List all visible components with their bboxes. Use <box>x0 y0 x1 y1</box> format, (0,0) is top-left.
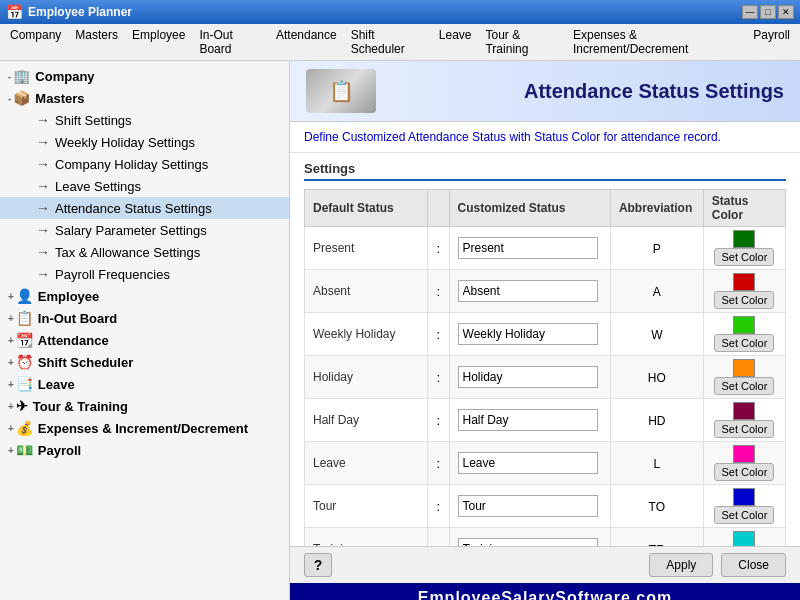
abbr-text: L <box>637 457 677 471</box>
menu-item-leave[interactable]: Leave <box>433 26 478 58</box>
default-status-cell: Half Day <box>305 399 428 442</box>
sidebar-item-5[interactable]: →Leave Settings <box>0 175 289 197</box>
sidebar-item-12[interactable]: +📆Attendance <box>0 329 289 351</box>
default-status-cell: Holiday <box>305 356 428 399</box>
sidebar-item-1[interactable]: -📦Masters <box>0 87 289 109</box>
customized-input[interactable] <box>458 452 598 474</box>
table-row: Leave : L Set Color <box>305 442 786 485</box>
abbr-cell: P <box>610 227 703 270</box>
menu-item-tour---training[interactable]: Tour & Training <box>479 26 564 58</box>
sidebar-label: Masters <box>35 91 84 106</box>
abbr-text: TO <box>637 500 677 514</box>
col-header-default: Default Status <box>305 190 428 227</box>
set-color-button[interactable]: Set Color <box>714 420 774 438</box>
sidebar-label: Leave <box>38 377 75 392</box>
sidebar-item-15[interactable]: +✈Tour & Training <box>0 395 289 417</box>
color-box <box>733 445 755 463</box>
sidebar-item-6[interactable]: →Attendance Status Settings <box>0 197 289 219</box>
sidebar-item-4[interactable]: →Company Holiday Settings <box>0 153 289 175</box>
sidebar-label: Payroll <box>38 443 81 458</box>
sidebar-icon: → <box>36 134 50 150</box>
sidebar-icon: ⏰ <box>16 354 33 370</box>
menu-item-employee[interactable]: Employee <box>126 26 191 58</box>
sidebar-item-8[interactable]: →Tax & Allowance Settings <box>0 241 289 263</box>
table-row: Weekly Holiday : W Set Color <box>305 313 786 356</box>
sidebar-item-13[interactable]: +⏰Shift Scheduler <box>0 351 289 373</box>
customized-status-cell <box>449 356 610 399</box>
abbr-text: P <box>637 242 677 256</box>
color-box <box>733 488 755 506</box>
menu-item-payroll[interactable]: Payroll <box>747 26 796 58</box>
sidebar-item-0[interactable]: -🏢Company <box>0 65 289 87</box>
sidebar-icon: 📦 <box>13 90 30 106</box>
sidebar-label: Salary Parameter Settings <box>55 223 207 238</box>
table-row: Absent : A Set Color <box>305 270 786 313</box>
close-button-main[interactable]: Close <box>721 553 786 577</box>
set-color-button[interactable]: Set Color <box>714 506 774 524</box>
customized-input[interactable] <box>458 409 598 431</box>
colon-cell: : <box>428 270 449 313</box>
menu-item-expenses---increment-decrement[interactable]: Expenses & Increment/Decrement <box>567 26 745 58</box>
set-color-button[interactable]: Set Color <box>714 334 774 352</box>
content-title: Attendance Status Settings <box>524 80 784 103</box>
color-cell: Set Color <box>703 528 785 547</box>
abbr-cell: HO <box>610 356 703 399</box>
sidebar-item-3[interactable]: →Weekly Holiday Settings <box>0 131 289 153</box>
expand-icon: + <box>8 335 14 346</box>
sidebar-item-7[interactable]: →Salary Parameter Settings <box>0 219 289 241</box>
sidebar-item-17[interactable]: +💵Payroll <box>0 439 289 461</box>
sidebar-item-11[interactable]: +📋In-Out Board <box>0 307 289 329</box>
close-button[interactable]: ✕ <box>778 5 794 19</box>
sidebar-item-2[interactable]: →Shift Settings <box>0 109 289 131</box>
customized-input[interactable] <box>458 280 598 302</box>
expand-icon: - <box>8 93 11 104</box>
customized-status-cell <box>449 442 610 485</box>
menu-item-company[interactable]: Company <box>4 26 67 58</box>
col-header-color: Status Color <box>703 190 785 227</box>
table-row: Half Day : HD Set Color <box>305 399 786 442</box>
maximize-button[interactable]: □ <box>760 5 776 19</box>
expand-icon: + <box>8 423 14 434</box>
customized-input[interactable] <box>458 538 598 546</box>
colon-cell: : <box>428 485 449 528</box>
expand-icon: + <box>8 379 14 390</box>
sidebar-item-10[interactable]: +👤Employee <box>0 285 289 307</box>
apply-button[interactable]: Apply <box>649 553 713 577</box>
set-color-button[interactable]: Set Color <box>714 377 774 395</box>
customized-input[interactable] <box>458 237 598 259</box>
expand-icon: - <box>8 71 11 82</box>
color-cell: Set Color <box>703 399 785 442</box>
settings-table: Default Status Customized Status Abbrevi… <box>304 189 786 546</box>
sidebar-icon: 📆 <box>16 332 33 348</box>
colon-cell: : <box>428 442 449 485</box>
set-color-button[interactable]: Set Color <box>714 291 774 309</box>
sidebar-item-14[interactable]: +📑Leave <box>0 373 289 395</box>
sidebar-label: Payroll Frequencies <box>55 267 170 282</box>
expand-icon: + <box>8 357 14 368</box>
customized-input[interactable] <box>458 366 598 388</box>
customized-input[interactable] <box>458 323 598 345</box>
sidebar-label: Shift Scheduler <box>38 355 133 370</box>
set-color-button[interactable]: Set Color <box>714 463 774 481</box>
set-color-button[interactable]: Set Color <box>714 248 774 266</box>
sidebar-icon: → <box>36 200 50 216</box>
minimize-button[interactable]: — <box>742 5 758 19</box>
sidebar-label: Company <box>35 69 94 84</box>
help-button[interactable]: ? <box>304 553 332 577</box>
content-header: 📋 Attendance Status Settings <box>290 61 800 122</box>
customized-status-cell <box>449 485 610 528</box>
sidebar-label: In-Out Board <box>38 311 117 326</box>
header-image: 📋 <box>306 69 376 113</box>
customized-input[interactable] <box>458 495 598 517</box>
sidebar-icon: → <box>36 266 50 282</box>
menu-item-in-out-board[interactable]: In-Out Board <box>193 26 268 58</box>
sidebar-item-16[interactable]: +💰Expenses & Increment/Decrement <box>0 417 289 439</box>
title-buttons: — □ ✕ <box>742 5 794 19</box>
sidebar-icon: 📑 <box>16 376 33 392</box>
menu-item-shift-scheduler[interactable]: Shift Scheduler <box>345 26 431 58</box>
menu-item-masters[interactable]: Masters <box>69 26 124 58</box>
sidebar-label: Expenses & Increment/Decrement <box>38 421 248 436</box>
sidebar-icon: → <box>36 244 50 260</box>
sidebar-item-9[interactable]: →Payroll Frequencies <box>0 263 289 285</box>
menu-item-attendance[interactable]: Attendance <box>270 26 343 58</box>
